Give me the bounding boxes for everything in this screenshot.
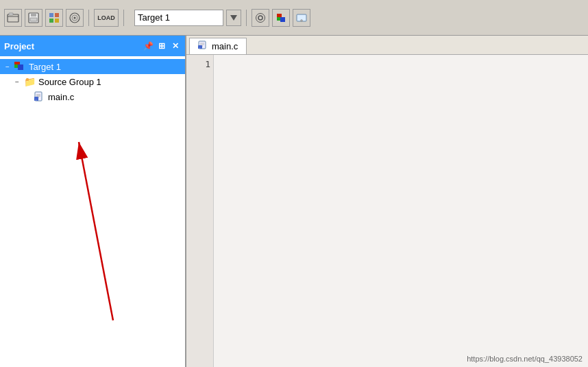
load-label: LOAD bbox=[97, 14, 115, 21]
svg-rect-17 bbox=[277, 17, 280, 21]
svg-rect-16 bbox=[280, 17, 285, 22]
toolbar-separator-2 bbox=[123, 10, 124, 26]
toolbar-load-button[interactable]: LOAD bbox=[94, 9, 119, 27]
project-panel: Project 📌 ⊞ ✕ − Target 1 bbox=[0, 36, 186, 367]
toolbar-icon-run[interactable] bbox=[293, 9, 310, 27]
main-area: Project 📌 ⊞ ✕ − Target 1 bbox=[0, 36, 588, 367]
tree-icon-source-group: 📁 bbox=[23, 76, 36, 87]
tree-label-target: Target 1 bbox=[29, 62, 61, 72]
tree-item-mainc[interactable]: ↓ main.c bbox=[0, 89, 185, 104]
panel-close-button[interactable]: ✕ bbox=[170, 40, 181, 51]
svg-rect-4 bbox=[30, 18, 37, 21]
toolbar-icon-4[interactable] bbox=[66, 9, 84, 27]
toolbar-separator-3 bbox=[246, 10, 247, 26]
tab-icon-mainc: ↓ bbox=[198, 40, 208, 52]
toolbar-icon-open[interactable] bbox=[4, 9, 22, 27]
line-numbers: 1 bbox=[186, 55, 214, 367]
tab-bar: ↓ main.c bbox=[186, 36, 588, 55]
svg-rect-3 bbox=[31, 13, 36, 16]
tree-label-source-group: Source Group 1 bbox=[38, 77, 101, 87]
svg-rect-1 bbox=[9, 13, 13, 15]
tree-icon-target bbox=[14, 61, 26, 72]
code-area[interactable] bbox=[214, 55, 588, 367]
tree-expand-source-group: − bbox=[15, 78, 22, 86]
panel-actions: 📌 ⊞ ✕ bbox=[143, 40, 181, 51]
svg-rect-21 bbox=[18, 64, 23, 70]
svg-rect-22 bbox=[14, 64, 18, 68]
svg-point-14 bbox=[256, 13, 265, 22]
tab-label-mainc: main.c bbox=[212, 41, 238, 51]
toolbar-separator-1 bbox=[88, 10, 89, 26]
toolbar-icon-cube-red[interactable] bbox=[272, 9, 290, 27]
toolbar-icon-save[interactable] bbox=[25, 9, 42, 27]
target-input[interactable] bbox=[134, 10, 223, 26]
svg-marker-12 bbox=[230, 15, 237, 21]
svg-rect-8 bbox=[55, 19, 59, 23]
panel-pin-button[interactable]: 📌 bbox=[143, 40, 154, 51]
line-number-1: 1 bbox=[189, 59, 210, 69]
editor[interactable]: 1 bbox=[186, 55, 588, 367]
toolbar-target-area bbox=[134, 10, 241, 26]
svg-text:↓: ↓ bbox=[199, 46, 201, 49]
svg-point-19 bbox=[301, 19, 303, 21]
svg-text:↓: ↓ bbox=[36, 97, 38, 102]
tree-item-source-group[interactable]: − 📁 Source Group 1 bbox=[0, 74, 185, 89]
tree-expand-target: − bbox=[5, 63, 12, 71]
toolbar: LOAD bbox=[0, 0, 588, 36]
tree-icon-mainc: ↓ bbox=[33, 91, 45, 102]
svg-rect-7 bbox=[49, 19, 53, 23]
toolbar-icon-settings[interactable] bbox=[252, 9, 269, 27]
svg-rect-5 bbox=[49, 13, 53, 17]
svg-point-11 bbox=[74, 16, 76, 19]
svg-rect-6 bbox=[55, 13, 59, 17]
tree-label-mainc: main.c bbox=[48, 92, 74, 102]
project-panel-header: Project 📌 ⊞ ✕ bbox=[0, 36, 185, 56]
tab-mainc[interactable]: ↓ main.c bbox=[189, 38, 247, 54]
watermark: https://blog.csdn.net/qq_43938052 bbox=[467, 355, 583, 363]
svg-rect-0 bbox=[8, 14, 19, 22]
toolbar-icon-3[interactable] bbox=[45, 9, 63, 27]
editor-content: 1 bbox=[186, 55, 588, 367]
file-tree: − Target 1 − 📁 Source Group 1 bbox=[0, 56, 185, 367]
target-dropdown-button[interactable] bbox=[226, 10, 241, 26]
svg-point-13 bbox=[258, 16, 262, 20]
tree-item-target[interactable]: − Target 1 bbox=[0, 59, 185, 74]
project-panel-title: Project bbox=[4, 41, 143, 51]
content-area: ↓ main.c 1 bbox=[186, 36, 588, 367]
panel-dock-button[interactable]: ⊞ bbox=[156, 40, 167, 51]
